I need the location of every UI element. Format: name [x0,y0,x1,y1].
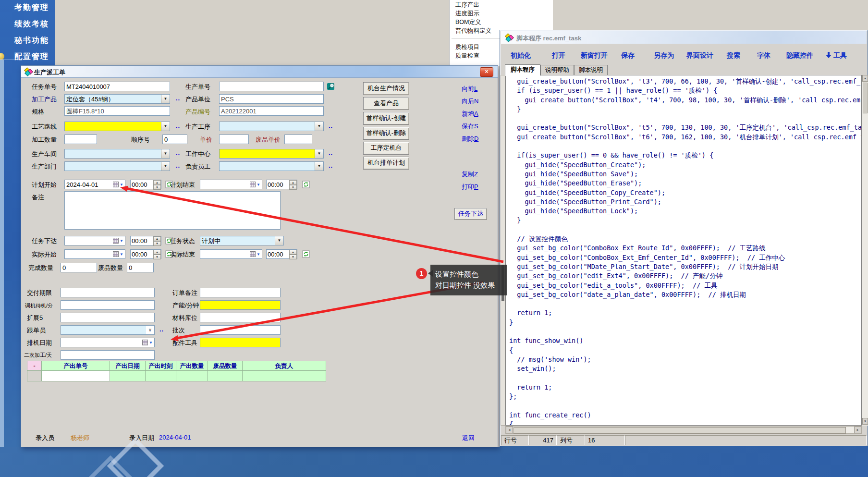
prod-code-input[interactable]: A202122001 [219,106,324,116]
search-button[interactable]: 搜索 [727,51,740,60]
route-ellipsis-link[interactable]: .. [176,122,180,129]
table-cell[interactable] [110,371,146,381]
seq-input[interactable]: 0 [162,135,187,144]
tab-help[interactable]: 说明帮助 [540,65,574,75]
spinner-icon[interactable]: ▲▼ [289,250,297,258]
editor-title-bar[interactable]: 脚本程序 rec.emf_task [501,31,867,44]
actual-start-date[interactable]: ▼ [64,249,125,259]
ui-design-button[interactable]: 界面设计 [686,51,713,60]
prod-no-input[interactable] [219,82,324,91]
calendar-icon[interactable]: ▼ [111,236,125,245]
actual-start-time[interactable]: 00:00▲▼ [130,249,161,259]
search-icon[interactable] [327,82,336,91]
order-remark-input[interactable] [200,288,281,297]
staff-combo[interactable]: ▼ [219,161,324,171]
plan-end-time[interactable]: 00:00▲▼ [266,180,297,189]
route-combo[interactable]: ▼ [64,122,170,131]
task-issue-time[interactable]: 00:00▲▼ [130,236,161,245]
table-header-owner[interactable]: 负责人 [243,361,326,371]
actual-end-time[interactable]: 00:00▲▼ [266,249,297,259]
save-as-button[interactable]: 另存为 [654,51,674,60]
machine-schedule-button[interactable]: 机台排单计划 [363,157,409,170]
secondary-input[interactable] [61,350,155,360]
font-button[interactable]: 字体 [757,51,770,60]
spinner-icon[interactable]: ▲▼ [153,236,161,245]
price-input[interactable] [219,135,249,144]
next-link[interactable]: 向后N [462,97,478,106]
tools-input[interactable] [200,338,281,347]
close-icon[interactable]: × [480,67,493,77]
done-qty-input[interactable]: 0 [61,263,97,272]
issue-task-button[interactable]: 任务下达 [454,208,487,220]
open-button[interactable]: 打开 [552,51,565,60]
scroll-down-icon[interactable]: ▼ [862,418,868,425]
back-link[interactable]: 返回 [462,434,475,442]
capacity-input[interactable] [200,300,281,310]
calendar-icon[interactable]: ▼ [248,250,262,258]
plan-start-time[interactable]: 00:00▲▼ [130,180,161,189]
table-header-output-time[interactable]: 产出时刻 [146,361,176,371]
form-title-bar[interactable]: 生产派工单 × [21,66,498,78]
dept-ellipsis-link[interactable]: .. [176,162,180,169]
workshop-combo[interactable]: ▼ [64,149,170,159]
staff-ellipsis-link[interactable]: .. [329,162,333,169]
unit-input[interactable]: PCS [219,94,324,104]
plan-start-date[interactable]: 2024-04-01 ▼ [64,180,125,189]
calendar-icon[interactable]: ▼ [111,180,125,189]
workshop-ellipsis-link[interactable]: .. [176,149,180,157]
material-loc-input[interactable] [200,313,281,322]
follower-ellipsis-link[interactable]: .. [159,326,164,333]
save-button[interactable]: 保存 [621,51,635,60]
schedule-date-input[interactable]: ▼ [61,338,155,347]
sidebar-item-config[interactable]: 配置管理 [14,52,49,62]
menu-item-progress-chart[interactable]: 进度图示 [455,10,479,18]
menu-item-substitute-material[interactable]: 普代物料定义 [455,27,491,35]
refresh-icon[interactable] [302,181,310,188]
menu-item-bom[interactable]: BOM定义 [455,18,481,26]
add-link[interactable]: 新增A [462,110,478,118]
spinner-icon[interactable]: ▲▼ [153,250,161,258]
tab-script-doc[interactable]: 脚本说明 [574,65,608,75]
table-cell[interactable] [42,371,110,381]
calendar-icon[interactable]: ▼ [111,250,125,258]
save-link[interactable]: 保存S [462,122,478,131]
scrollbar-thumb[interactable] [513,427,846,434]
task-issue-date[interactable]: ▼ [64,236,125,245]
plan-end-date[interactable]: ▼ [200,180,262,189]
sidebar-item-secretary[interactable]: 秘书功能 [14,36,49,46]
ext5-input[interactable] [61,313,155,322]
view-product-button[interactable]: 查看产品 [363,97,409,110]
first-sample-create-button[interactable]: 首样确认-创建 [363,112,409,125]
tab-script[interactable]: 脚本程序 [505,64,540,76]
calendar-icon[interactable]: ▼ [248,180,262,189]
table-cell[interactable] [176,371,208,381]
delete-link[interactable]: 删除D [462,135,478,143]
open-new-window-button[interactable]: 新窗打开 [581,51,608,60]
menu-item-qc-items[interactable]: 质检项目 [455,43,479,51]
scroll-up-icon[interactable]: ▲ [862,75,868,82]
process-ellipsis-link[interactable]: .. [329,122,333,129]
task-no-input[interactable]: MT2404010007 [64,82,170,91]
tools-button[interactable]: 工具 [833,51,847,60]
work-center-ellipsis-link[interactable]: .. [329,149,333,157]
qty-input[interactable] [64,135,97,144]
refresh-icon[interactable] [302,250,310,258]
code-editor[interactable]: gui_create_button("ScrollBox", 't3', 700… [505,75,862,426]
print-link[interactable]: 打印P [462,183,478,191]
scroll-right-icon[interactable]: ► [854,427,861,433]
vertical-scrollbar[interactable]: ▲ ▼ [862,75,868,426]
sidebar-item-performance[interactable]: 绩效考核 [14,19,49,29]
table-header-scrap-qty[interactable]: 废品数量 [208,361,243,371]
table-cell[interactable] [27,371,42,381]
task-status-combo[interactable]: 计划中▼ [200,236,284,245]
dept-combo[interactable]: ▼ [64,161,170,171]
init-button[interactable]: 初始化 [511,51,531,60]
menu-item-quality-check[interactable]: 质量检查 [455,52,479,60]
scrap-qty-input[interactable]: 0 [127,263,154,272]
spinner-icon[interactable]: ▲▼ [153,180,161,189]
first-sample-delete-button[interactable]: 首样确认-删除 [363,127,409,140]
table-header-output-date[interactable]: 产出日期 [110,361,146,371]
process-machine-button[interactable]: 工序定机台 [363,142,409,155]
work-center-combo[interactable]: ▼ [219,149,324,159]
hide-controls-button[interactable]: 隐藏控件 [786,51,813,60]
